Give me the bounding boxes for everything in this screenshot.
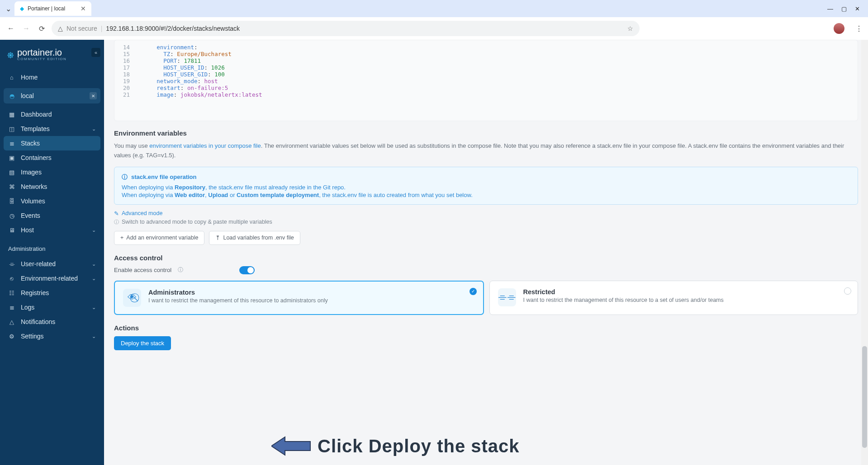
sidebar-item-networks[interactable]: ⌘Networks <box>4 179 100 194</box>
home-icon: ⌂ <box>8 74 15 81</box>
close-window-icon[interactable]: ✕ <box>855 5 860 12</box>
portainer-logo-icon: ⎈ <box>7 48 14 61</box>
users-icon: ⌯⌯ <box>498 292 516 302</box>
nav-icon: ≣ <box>8 140 15 147</box>
brand-edition: COMMUNITY EDITION <box>17 57 66 61</box>
help-icon[interactable]: ⓘ <box>178 266 183 274</box>
browser-chrome: ⌄ ◆ Portainer | local ✕ — ▢ ✕ ← → ⟳ △ No… <box>0 0 868 40</box>
access-control-heading: Access control <box>114 254 858 262</box>
card-desc-restricted: I want to restrict the management of thi… <box>523 297 850 303</box>
nav-icon: 🖥 <box>8 227 15 234</box>
eye-off-icon: 👁︎⃠ <box>128 292 137 303</box>
nav-icon: 🗄 <box>8 198 15 205</box>
nav-icon: ⌘ <box>8 183 15 190</box>
profile-avatar[interactable] <box>834 23 844 34</box>
env-vars-heading: Environment variables <box>114 129 858 137</box>
nav-icon: ☷ <box>8 290 15 296</box>
main-content: 14 environment:15 TZ: Europe/Bucharest16… <box>104 40 868 465</box>
sidebar-item-events[interactable]: ◷Events <box>4 208 100 223</box>
sidebar-environment[interactable]: ◓ local ✕ <box>4 88 100 103</box>
sidebar-section-admin: Administration <box>4 239 100 255</box>
add-env-var-button[interactable]: + Add an environment variable <box>114 231 204 245</box>
sidebar: ⎈ portainer.io COMMUNITY EDITION « ⌂ Hom… <box>0 40 104 465</box>
code-line: 18 HOST_USER_GID: 100 <box>114 71 858 78</box>
sidebar-item-stacks[interactable]: ≣Stacks <box>4 136 100 150</box>
chevron-down-icon: ⌄ <box>92 126 96 132</box>
edit-icon: ✎ <box>114 210 119 217</box>
load-env-file-button[interactable]: ⤒ Load variables from .env file <box>209 231 300 245</box>
annotation-overlay: Click Deploy the stack <box>271 435 520 457</box>
info-icon: ⓘ <box>122 173 128 181</box>
access-card-administrators[interactable]: 👁︎⃠ Administrators I want to restrict th… <box>114 281 484 315</box>
tab-favicon: ◆ <box>20 5 24 12</box>
chevron-down-icon: ⌄ <box>92 276 96 282</box>
nav-icon: ⌯ <box>8 261 15 268</box>
sidebar-item-containers[interactable]: ▣Containers <box>4 150 100 165</box>
env-vars-doc-link[interactable]: environment variables in your compose fi… <box>149 142 261 149</box>
code-line: 19 network_mode: host <box>114 78 858 85</box>
nav-icon: ◷ <box>8 212 15 219</box>
collapse-sidebar-icon[interactable]: « <box>91 48 100 57</box>
back-icon[interactable]: ← <box>5 24 16 33</box>
bookmark-star-icon[interactable]: ☆ <box>627 25 633 32</box>
advanced-mode-hint: Switch to advanced mode to copy & paste … <box>122 219 272 225</box>
deploy-stack-button[interactable]: Deploy the stack <box>114 336 171 350</box>
sidebar-home-label: Home <box>21 74 38 81</box>
url-text: 192.168.1.18:9000/#!/2/docker/stacks/new… <box>106 25 240 32</box>
code-line: 20 restart: on-failure:5 <box>114 85 858 91</box>
reload-icon[interactable]: ⟳ <box>36 24 47 33</box>
nav-icon: △ <box>8 319 15 325</box>
sidebar-item-registries[interactable]: ☷Registries <box>4 286 100 300</box>
stackenv-info-box: ⓘ stack.env file operation When deployin… <box>114 167 858 205</box>
browser-tab[interactable]: ◆ Portainer | local ✕ <box>14 1 91 16</box>
plus-icon: + <box>120 235 123 241</box>
not-secure-icon: △ <box>58 25 63 32</box>
sidebar-item-environment-related[interactable]: ⎋Environment-related⌄ <box>4 271 100 286</box>
brand-logo[interactable]: ⎈ portainer.io COMMUNITY EDITION « <box>4 45 100 68</box>
nav-icon: ◫ <box>8 126 15 132</box>
annotation-text: Click Deploy the stack <box>318 436 520 456</box>
docker-icon: ◓ <box>8 93 15 99</box>
card-desc-admin: I want to restrict the management of thi… <box>148 297 475 304</box>
code-editor[interactable]: 14 environment:15 TZ: Europe/Bucharest16… <box>114 40 858 121</box>
maximize-icon[interactable]: ▢ <box>841 5 847 12</box>
tabs-dropdown-icon[interactable]: ⌄ <box>4 5 13 13</box>
browser-menu-icon[interactable]: ⋮ <box>855 24 863 33</box>
sidebar-item-settings[interactable]: ⚙Settings⌄ <box>4 329 100 343</box>
actions-heading: Actions <box>114 324 858 332</box>
access-card-restricted[interactable]: ⌯⌯ Restricted I want to restrict the man… <box>489 281 859 315</box>
vertical-scrollbar[interactable] <box>861 40 868 465</box>
brand-name: portainer.io <box>17 48 66 57</box>
chevron-down-icon: ⌄ <box>92 305 96 310</box>
access-toggle-label: Enable access control <box>114 267 171 273</box>
sidebar-item-images[interactable]: ▧Images <box>4 165 100 179</box>
hint-icon: ⓘ <box>114 219 119 225</box>
sidebar-item-user-related[interactable]: ⌯User-related⌄ <box>4 257 100 271</box>
card-title-restricted: Restricted <box>523 288 850 296</box>
sidebar-item-host[interactable]: 🖥Host⌄ <box>4 223 100 237</box>
minimize-icon[interactable]: — <box>827 5 833 12</box>
forward-icon[interactable]: → <box>21 24 32 33</box>
nav-icon: ⚙ <box>8 333 15 340</box>
upload-icon: ⤒ <box>215 235 220 241</box>
nav-icon: ▦ <box>8 111 15 118</box>
info-title-text: stack.env file operation <box>131 174 197 180</box>
env-close-icon[interactable]: ✕ <box>90 92 97 99</box>
sidebar-item-volumes[interactable]: 🗄Volumes <box>4 194 100 208</box>
tab-close-icon[interactable]: ✕ <box>81 5 86 12</box>
security-label: Not secure <box>66 25 97 32</box>
sidebar-home[interactable]: ⌂ Home <box>4 70 100 85</box>
access-control-toggle[interactable] <box>239 266 255 274</box>
nav-icon: ▣ <box>8 155 15 161</box>
sidebar-item-templates[interactable]: ◫Templates⌄ <box>4 122 100 136</box>
chevron-down-icon: ⌄ <box>92 333 96 339</box>
advanced-mode-link[interactable]: Advanced mode <box>122 210 162 216</box>
env-vars-help: You may use environment variables in you… <box>114 141 858 160</box>
sidebar-item-dashboard[interactable]: ▦Dashboard <box>4 107 100 122</box>
code-line: 17 HOST_USER_ID: 1026 <box>114 64 858 71</box>
arrow-left-icon <box>271 435 312 457</box>
sidebar-item-notifications[interactable]: △Notifications <box>4 315 100 329</box>
nav-icon: ⎋ <box>8 275 15 282</box>
address-bar[interactable]: △ Not secure | 192.168.1.18:9000/#!/2/do… <box>52 21 640 36</box>
sidebar-item-logs[interactable]: ≣Logs⌄ <box>4 300 100 315</box>
